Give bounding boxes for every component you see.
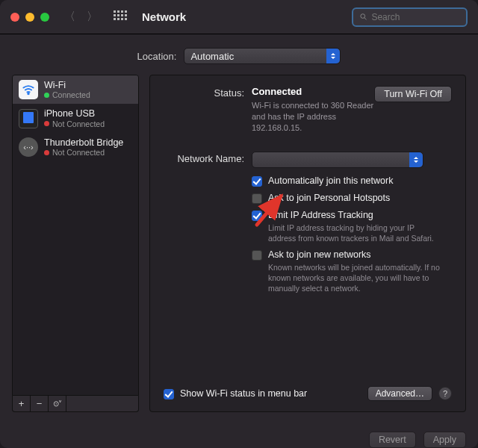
service-name: Thunderbolt Bridge bbox=[44, 137, 123, 148]
help-button[interactable]: ? bbox=[438, 387, 452, 400]
sidebar-item-thunderbolt[interactable]: ‹··› Thunderbolt Bridge Not Connected bbox=[13, 133, 138, 161]
window-title: Network bbox=[142, 10, 186, 23]
ask-hotspot-label: Ask to join Personal Hotspots bbox=[268, 193, 390, 203]
service-status: Not Connected bbox=[52, 119, 105, 128]
service-name: iPhone USB bbox=[44, 108, 105, 119]
limit-ip-checkbox[interactable] bbox=[252, 211, 262, 221]
thunderbolt-icon: ‹··› bbox=[19, 137, 38, 157]
status-dot-icon bbox=[44, 121, 49, 126]
ask-new-desc: Known networks will be joined automatica… bbox=[268, 262, 440, 294]
status-dot-icon bbox=[44, 93, 49, 98]
remove-service-button[interactable]: − bbox=[31, 396, 49, 411]
status-detail: Wi-Fi is connected to 360 Reader and has… bbox=[252, 100, 374, 134]
window-traffic-lights bbox=[10, 13, 49, 22]
svg-line-1 bbox=[364, 18, 367, 20]
search-field[interactable] bbox=[352, 7, 468, 27]
service-list: Wi-Fi Connected iPhone USB Not Connected… bbox=[12, 75, 139, 396]
apply-button[interactable]: Apply bbox=[423, 432, 466, 448]
show-menu-label: Show Wi-Fi status in menu bar bbox=[180, 388, 307, 399]
back-button[interactable]: 〈 bbox=[61, 9, 78, 25]
titlebar: 〈 〉 Network bbox=[0, 0, 478, 34]
network-name-select[interactable] bbox=[252, 152, 423, 168]
sidebar-footer: + − ⊙˅ bbox=[12, 396, 139, 412]
svg-point-0 bbox=[361, 14, 365, 19]
service-name: Wi-Fi bbox=[44, 80, 90, 90]
status-value: Connected bbox=[252, 86, 374, 97]
svg-point-2 bbox=[28, 93, 29, 95]
status-dot-icon bbox=[44, 150, 49, 155]
limit-ip-desc: Limit IP address tracking by hiding your… bbox=[268, 223, 440, 243]
zoom-icon[interactable] bbox=[40, 13, 49, 22]
detail-pane: Status: Connected Wi-Fi is connected to … bbox=[149, 75, 466, 412]
minimize-icon[interactable] bbox=[25, 13, 34, 22]
sidebar: Wi-Fi Connected iPhone USB Not Connected… bbox=[12, 75, 139, 412]
auto-join-label: Automatically join this network bbox=[268, 175, 393, 186]
advanced-button[interactable]: Advanced… bbox=[367, 386, 432, 401]
location-label: Location: bbox=[137, 51, 177, 62]
chevron-updown-icon bbox=[326, 49, 340, 63]
forward-button[interactable]: 〉 bbox=[84, 9, 100, 25]
service-status: Not Connected bbox=[52, 148, 105, 157]
status-label: Status: bbox=[164, 86, 252, 99]
apps-grid-icon[interactable] bbox=[114, 10, 127, 24]
search-input[interactable] bbox=[371, 12, 460, 22]
ask-new-checkbox[interactable] bbox=[252, 250, 262, 261]
close-icon[interactable] bbox=[10, 13, 19, 22]
network-name-label: Network Name: bbox=[164, 152, 252, 164]
location-value: Automatic bbox=[190, 51, 234, 62]
add-service-button[interactable]: + bbox=[13, 396, 31, 411]
window-footer: Revert Apply bbox=[0, 424, 478, 448]
wifi-icon bbox=[19, 80, 38, 99]
limit-ip-label: Limit IP Address Tracking bbox=[268, 210, 440, 220]
search-icon bbox=[359, 12, 367, 22]
ask-new-label: Ask to join new networks bbox=[268, 249, 440, 260]
chevron-updown-icon bbox=[409, 152, 423, 167]
show-menu-checkbox[interactable] bbox=[164, 389, 174, 399]
service-actions-button[interactable]: ⊙˅ bbox=[49, 396, 66, 411]
location-select[interactable]: Automatic bbox=[184, 48, 341, 64]
turn-wifi-off-button[interactable]: Turn Wi-Fi Off bbox=[374, 86, 452, 102]
ask-hotspot-checkbox[interactable] bbox=[252, 193, 262, 204]
revert-button[interactable]: Revert bbox=[369, 432, 416, 448]
location-row: Location: Automatic bbox=[0, 34, 478, 75]
sidebar-item-iphone-usb[interactable]: iPhone USB Not Connected bbox=[13, 104, 138, 132]
sidebar-item-wifi[interactable]: Wi-Fi Connected bbox=[13, 75, 138, 104]
auto-join-checkbox[interactable] bbox=[252, 176, 262, 187]
service-status: Connected bbox=[52, 90, 90, 99]
iphone-icon bbox=[19, 109, 38, 128]
